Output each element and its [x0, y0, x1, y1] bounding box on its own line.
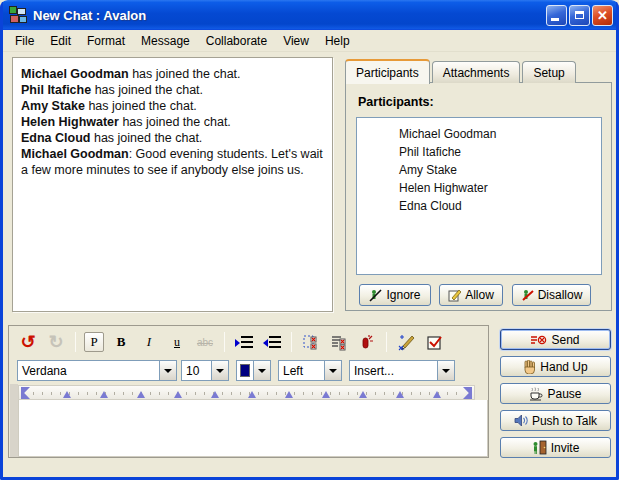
disallow-label: Disallow — [538, 288, 583, 302]
disallow-icon — [521, 289, 534, 302]
push-to-talk-button[interactable]: Push to Talk — [500, 410, 611, 431]
insert-value: Insert... — [350, 364, 437, 378]
font-family-select[interactable]: Verdana — [17, 360, 177, 381]
indent-button[interactable] — [233, 331, 255, 353]
ruler-tabstop-marker[interactable] — [359, 391, 367, 398]
window-title: New Chat : Avalon — [33, 8, 546, 23]
send-button[interactable]: Send — [500, 329, 611, 350]
hand-up-button[interactable]: Hand Up — [500, 356, 611, 377]
ruler[interactable] — [18, 385, 475, 400]
dropdown-arrow-icon[interactable] — [437, 361, 454, 380]
undo-icon: ↺ — [20, 333, 35, 351]
font-size-select[interactable]: 10 — [181, 360, 229, 381]
participant-item[interactable]: Edna Cloud — [357, 197, 601, 215]
message-input[interactable] — [18, 400, 488, 457]
menu-message[interactable]: Message — [133, 32, 198, 50]
undo-button[interactable]: ↺ — [17, 331, 39, 353]
tab-setup[interactable]: Setup — [522, 61, 575, 83]
font-family-value: Verdana — [18, 364, 159, 378]
tab-participants[interactable]: Participants — [345, 59, 430, 84]
ruler-right-margin-marker[interactable] — [463, 387, 472, 399]
dropdown-arrow-icon[interactable] — [211, 361, 228, 380]
participant-item[interactable]: Michael Goodman — [357, 125, 601, 143]
menu-format[interactable]: Format — [79, 32, 133, 50]
pause-label: Pause — [547, 387, 581, 401]
ruler-left-margin-marker[interactable] — [21, 387, 30, 399]
dropdown-arrow-icon[interactable] — [159, 361, 176, 380]
strikethrough-button[interactable]: abc — [194, 331, 216, 353]
bold-button[interactable]: B — [110, 331, 132, 353]
send-icon — [531, 334, 547, 346]
add-annotation-button[interactable] — [395, 331, 417, 353]
hand-icon — [523, 360, 536, 374]
italic-button[interactable]: I — [138, 331, 160, 353]
dropdown-arrow-icon[interactable] — [324, 361, 341, 380]
tab-attachments[interactable]: Attachments — [432, 61, 521, 83]
participants-pane: Participants: Michael Goodman Phil Itafi… — [345, 82, 612, 311]
select-messages-icon — [303, 334, 320, 351]
formatting-toolbar: ↺ ↻ P B I u abc — [17, 329, 445, 355]
participants-label: Participants: — [358, 95, 434, 109]
close-icon: ✕ — [597, 9, 608, 22]
redo-button[interactable]: ↻ — [45, 331, 67, 353]
invite-button[interactable]: Invite — [500, 437, 611, 458]
pause-button[interactable]: Pause — [500, 383, 611, 404]
font-size-value: 10 — [182, 364, 211, 378]
message-marker-button[interactable] — [356, 331, 378, 353]
chat-message: Michael Goodman: Good evening students. … — [21, 146, 324, 178]
alignment-select[interactable]: Left — [278, 360, 342, 381]
ignore-label: Ignore — [386, 288, 420, 302]
message-list-button[interactable] — [328, 331, 350, 353]
tab-strip: Participants Attachments Setup — [345, 58, 576, 83]
minimize-icon — [551, 18, 559, 21]
dropdown-arrow-icon[interactable] — [253, 361, 270, 380]
participants-list[interactable]: Michael Goodman Phil Itafiche Amy Stake … — [356, 117, 602, 275]
message-marker-icon — [359, 334, 375, 350]
close-button[interactable]: ✕ — [592, 5, 613, 26]
maximize-button[interactable] — [569, 5, 590, 26]
underline-button[interactable]: u — [166, 331, 188, 353]
menu-view[interactable]: View — [275, 32, 317, 50]
menu-edit[interactable]: Edit — [42, 32, 79, 50]
allow-button[interactable]: Allow — [439, 284, 503, 306]
confirm-checkbox-icon — [426, 334, 443, 351]
insert-select[interactable]: Insert... — [349, 360, 455, 381]
hand-up-label: Hand Up — [540, 360, 587, 374]
ruler-tabstop-marker[interactable] — [248, 391, 256, 398]
allow-label: Allow — [465, 288, 494, 302]
font-color-select[interactable] — [236, 360, 271, 381]
ignore-button[interactable]: Ignore — [359, 284, 431, 306]
alignment-value: Left — [279, 364, 324, 378]
menu-collaborate[interactable]: Collaborate — [198, 32, 275, 50]
participant-item[interactable]: Helen Highwater — [357, 179, 601, 197]
participant-item[interactable]: Amy Stake — [357, 161, 601, 179]
confirm-button[interactable] — [423, 331, 445, 353]
ruler-tabstop-marker[interactable] — [211, 391, 219, 398]
ruler-tabstop-marker[interactable] — [433, 391, 441, 398]
title-bar[interactable]: New Chat : Avalon ✕ — [0, 0, 619, 30]
coffee-cup-icon — [529, 387, 543, 401]
ruler-tabstop-marker[interactable] — [322, 391, 330, 398]
ruler-tabstop-marker[interactable] — [174, 391, 182, 398]
plain-text-button[interactable]: P — [84, 332, 104, 352]
ruler-tabstop-marker[interactable] — [100, 391, 108, 398]
compose-area: ↺ ↻ P B I u abc — [8, 325, 489, 458]
menu-help[interactable]: Help — [317, 32, 358, 50]
ruler-tabstop-marker[interactable] — [63, 391, 71, 398]
ignore-icon — [369, 289, 382, 302]
disallow-button[interactable]: Disallow — [512, 284, 591, 306]
ruler-tabstop-marker[interactable] — [137, 391, 145, 398]
compose-gutter — [10, 384, 18, 457]
speaker-icon — [514, 414, 528, 427]
chat-transcript[interactable]: Michael Goodman has joined the chat. Phi… — [12, 57, 333, 312]
select-messages-button[interactable] — [300, 331, 322, 353]
ruler-tabstop-marker[interactable] — [396, 391, 404, 398]
menu-file[interactable]: File — [7, 32, 42, 50]
outdent-button[interactable] — [261, 331, 283, 353]
message-list-icon — [331, 334, 348, 351]
chat-message: Phil Itafiche has joined the chat. — [21, 82, 324, 98]
minimize-button[interactable] — [546, 5, 567, 26]
participant-item[interactable]: Phil Itafiche — [357, 143, 601, 161]
ruler-tabstop-marker[interactable] — [285, 391, 293, 398]
add-annotation-icon — [398, 334, 415, 351]
